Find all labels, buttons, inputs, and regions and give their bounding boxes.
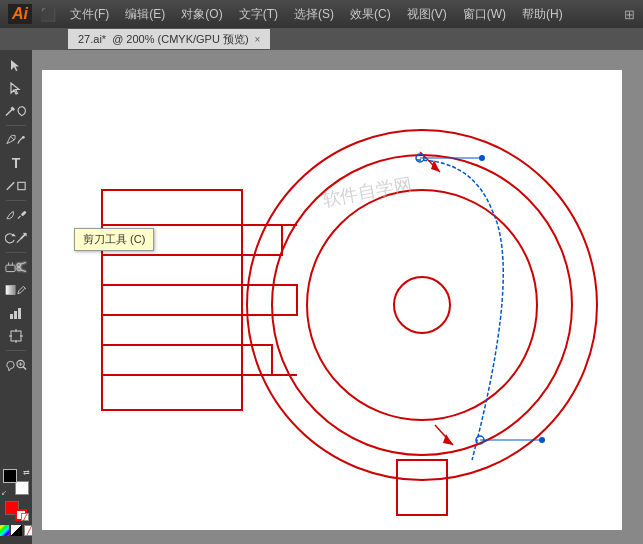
svg-line-5 <box>7 182 14 189</box>
type-tool-button[interactable]: T <box>3 152 29 174</box>
toolbar-bottom: ⇄ ↙ ╱ ╱ <box>0 465 35 540</box>
default-colors-icon[interactable]: ↙ <box>1 489 7 497</box>
svg-point-55 <box>479 155 485 161</box>
menu-object[interactable]: 对象(O) <box>175 4 228 25</box>
svg-line-11 <box>21 233 26 239</box>
svg-rect-26 <box>11 331 21 341</box>
fill-stroke-area: ╱ <box>3 499 29 521</box>
svg-rect-14 <box>6 265 15 271</box>
svg-line-2 <box>6 109 12 115</box>
menu-bar: 文件(F) 编辑(E) 对象(O) 文字(T) 选择(S) 效果(C) 视图(V… <box>64 4 569 25</box>
canvas-area[interactable]: 软件自学网 剪刀工具 (C) <box>32 50 643 544</box>
document-tab[interactable]: 27.ai* @ 200% (CMYK/GPU 预览) × <box>68 29 270 49</box>
brush-pencil-pair[interactable] <box>3 204 29 226</box>
tab-bar: 27.ai* @ 200% (CMYK/GPU 预览) × <box>0 28 643 50</box>
tab-label: 27.ai* <box>78 33 106 45</box>
svg-line-32 <box>23 367 26 370</box>
svg-point-54 <box>539 437 545 443</box>
svg-rect-24 <box>14 311 17 319</box>
title-bar: Ai ⬛ 文件(F) 编辑(E) 对象(O) 文字(T) 选择(S) 效果(C)… <box>0 0 643 28</box>
svg-rect-43 <box>397 460 447 515</box>
menu-view[interactable]: 视图(V) <box>401 4 453 25</box>
menu-type[interactable]: 文字(T) <box>233 4 284 25</box>
svg-line-20 <box>20 270 26 272</box>
artboard-tool-button[interactable] <box>3 325 29 347</box>
svg-marker-0 <box>11 60 19 71</box>
gradient-mode-icon[interactable] <box>11 525 22 536</box>
svg-line-19 <box>20 262 26 264</box>
eraser-scissors-pair[interactable] <box>3 256 29 278</box>
svg-point-4 <box>22 136 25 139</box>
layout-icon[interactable]: ⊞ <box>624 7 635 22</box>
menu-effect[interactable]: 效果(C) <box>344 4 397 25</box>
svg-rect-35 <box>102 190 242 410</box>
svg-rect-6 <box>18 182 25 189</box>
swap-colors-icon[interactable]: ⇄ <box>23 468 30 477</box>
svg-rect-38 <box>102 345 272 375</box>
svg-rect-7 <box>21 211 27 217</box>
pen-tool-pair[interactable] <box>3 129 29 151</box>
tab-info: @ 200% (CMYK/GPU 预览) <box>112 32 248 47</box>
svg-rect-21 <box>6 285 15 294</box>
gradient-eyedrop-pair[interactable] <box>3 279 29 301</box>
menu-edit[interactable]: 编辑(E) <box>119 4 171 25</box>
chart-tool-button[interactable] <box>3 302 29 324</box>
none-box[interactable]: ╱ <box>21 513 29 521</box>
color-mode-icon[interactable] <box>0 525 9 536</box>
svg-rect-37 <box>102 285 297 315</box>
wand-lasso-pair[interactable] <box>3 100 29 122</box>
menu-file[interactable]: 文件(F) <box>64 4 115 25</box>
selection-tool-button[interactable] <box>3 54 29 76</box>
svg-line-8 <box>18 216 21 219</box>
line-shape-pair[interactable] <box>3 175 29 197</box>
svg-point-39 <box>247 130 597 480</box>
menu-select[interactable]: 选择(S) <box>288 4 340 25</box>
tool-tooltip: 剪刀工具 (C) <box>74 228 154 251</box>
window-controls: ⊞ <box>624 7 635 22</box>
main-area: T <box>0 50 643 544</box>
icon-square: ⬛ <box>40 7 56 22</box>
menu-window[interactable]: 窗口(W) <box>457 4 512 25</box>
svg-marker-1 <box>11 83 19 94</box>
toolbar: T <box>0 50 32 544</box>
tooltip-text: 剪刀工具 (C) <box>83 233 145 245</box>
main-drawing-svg <box>42 70 622 530</box>
svg-rect-23 <box>10 314 13 319</box>
color-mode-icons: ╱ <box>0 525 35 536</box>
svg-point-42 <box>394 277 450 333</box>
app-logo: Ai <box>8 4 32 24</box>
svg-line-22 <box>25 288 26 289</box>
svg-line-10 <box>17 239 21 243</box>
rotate-scale-pair[interactable] <box>3 227 29 249</box>
direct-selection-tool-button[interactable] <box>3 77 29 99</box>
foreground-color-swatch[interactable] <box>3 469 17 483</box>
tab-close-button[interactable]: × <box>255 34 261 45</box>
svg-point-40 <box>272 155 572 455</box>
background-color-swatch[interactable] <box>15 481 29 495</box>
menu-help[interactable]: 帮助(H) <box>516 4 569 25</box>
svg-rect-25 <box>18 308 21 319</box>
hand-zoom-pair[interactable] <box>3 354 29 376</box>
